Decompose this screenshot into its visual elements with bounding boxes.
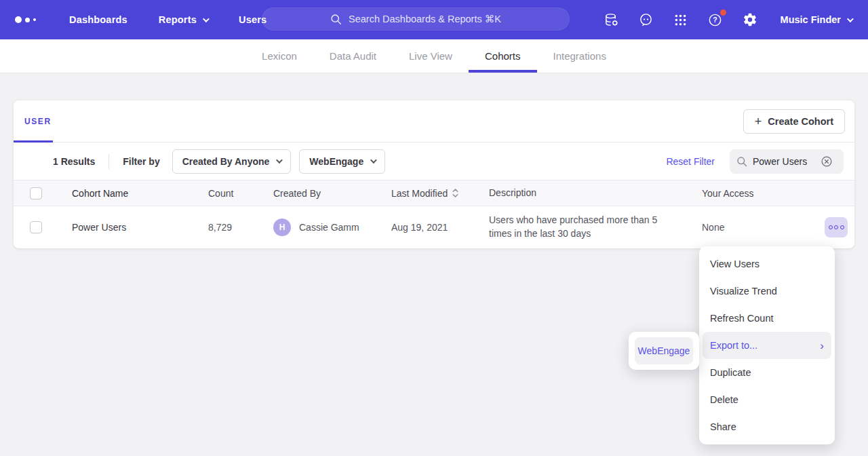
cohort-name-cell: Power Users xyxy=(72,222,208,233)
table-header-row: Cohort Name Count Created By Last Modifi… xyxy=(14,180,854,206)
row-more-options-button[interactable] xyxy=(825,217,848,238)
menu-item-export-to[interactable]: Export to... › xyxy=(703,332,831,359)
clear-search-icon[interactable] xyxy=(821,155,833,168)
global-search-input[interactable]: Search Dashboards & Reports ⌘K xyxy=(262,7,570,31)
tab-data-audit[interactable]: Data Audit xyxy=(313,39,393,73)
column-header-count: Count xyxy=(208,188,273,199)
tab-cohorts[interactable]: Cohorts xyxy=(469,39,537,73)
created-by-cell: Cassie Gamm xyxy=(299,222,359,233)
svg-text:?: ? xyxy=(713,16,717,24)
menu-item-duplicate[interactable]: Duplicate xyxy=(699,359,835,386)
mixpanel-logo-icon[interactable] xyxy=(15,16,46,23)
cohort-search-box xyxy=(730,149,844,174)
create-cohort-label: Create Cohort xyxy=(768,116,833,127)
divider xyxy=(108,154,109,169)
chevron-down-icon xyxy=(847,16,854,22)
nav-item-reports[interactable]: Reports xyxy=(159,14,208,25)
avatar: H xyxy=(273,218,291,236)
tab-integrations[interactable]: Integrations xyxy=(537,39,623,73)
nav-item-reports-label: Reports xyxy=(159,14,197,25)
chevron-right-icon: › xyxy=(820,340,824,352)
tab-live-view[interactable]: Live View xyxy=(393,39,469,73)
filter-by-label: Filter by xyxy=(123,156,159,167)
menu-item-visualize-trend[interactable]: Visualize Trend xyxy=(699,278,835,305)
row-actions-context-menu: View Users Visualize Trend Refresh Count… xyxy=(699,246,835,444)
results-count: 1 Results xyxy=(53,156,95,167)
secondary-navigation: Lexicon Data Audit Live View Cohorts Int… xyxy=(0,39,868,73)
cohort-count-cell: 8,729 xyxy=(208,222,273,233)
menu-item-delete[interactable]: Delete xyxy=(699,386,835,413)
notification-badge xyxy=(720,10,726,16)
reset-filter-link[interactable]: Reset Filter xyxy=(666,156,715,167)
chevron-down-icon xyxy=(203,16,210,22)
nav-item-dashboards[interactable]: Dashboards xyxy=(69,14,127,25)
row-checkbox[interactable] xyxy=(30,221,42,233)
column-header-last-modified: Last Modified xyxy=(391,188,448,199)
menu-item-refresh-count[interactable]: Refresh Count xyxy=(699,305,835,332)
menu-item-export-to-label: Export to... xyxy=(710,340,757,351)
search-icon xyxy=(736,156,747,167)
your-access-cell: None xyxy=(702,222,812,233)
tab-user[interactable]: USER xyxy=(24,117,52,126)
project-selector[interactable]: Music Finder xyxy=(781,14,852,25)
description-cell: Users who have purchased more than 5 tim… xyxy=(489,214,702,240)
last-modified-cell: Aug 19, 2021 xyxy=(391,222,489,233)
apps-grid-icon[interactable] xyxy=(673,12,689,28)
plus-icon: + xyxy=(755,115,762,128)
filter-toolbar: 1 Results Filter by Created By Anyone We… xyxy=(14,142,854,180)
webengage-filter-label: WebEngage xyxy=(309,156,363,167)
global-search-placeholder: Search Dashboards & Reports ⌘K xyxy=(349,14,501,24)
project-name: Music Finder xyxy=(781,14,841,25)
column-header-your-access: Your Access xyxy=(702,188,812,199)
top-navigation-bar: Dashboards Reports Users Search Dashboar… xyxy=(0,0,868,39)
cohorts-card: USER + Create Cohort 1 Results Filter by… xyxy=(14,100,854,248)
chevron-down-icon xyxy=(370,157,377,164)
tab-lexicon[interactable]: Lexicon xyxy=(245,39,313,73)
settings-gear-icon[interactable] xyxy=(742,12,758,28)
menu-item-share[interactable]: Share xyxy=(699,413,835,440)
export-submenu: WebEngage xyxy=(629,332,699,370)
chevron-down-icon xyxy=(276,157,283,164)
card-header: USER + Create Cohort xyxy=(14,100,854,142)
sort-icon[interactable] xyxy=(452,189,458,197)
feedback-chat-icon[interactable] xyxy=(638,12,654,28)
menu-item-view-users[interactable]: View Users xyxy=(699,250,835,278)
data-settings-icon[interactable] xyxy=(604,12,620,28)
column-header-cohort-name: Cohort Name xyxy=(72,188,208,199)
created-by-filter-label: Created By Anyone xyxy=(182,156,270,167)
cohort-search-input[interactable] xyxy=(753,156,815,167)
column-header-created-by: Created By xyxy=(273,188,391,199)
help-icon[interactable]: ? xyxy=(707,12,724,28)
select-all-checkbox[interactable] xyxy=(30,187,42,200)
search-icon xyxy=(330,14,342,25)
create-cohort-button[interactable]: + Create Cohort xyxy=(743,109,845,134)
submenu-item-webengage[interactable]: WebEngage xyxy=(635,337,693,364)
table-row[interactable]: Power Users 8,729 H Cassie Gamm Aug 19, … xyxy=(14,206,854,248)
webengage-filter-dropdown[interactable]: WebEngage xyxy=(299,149,385,174)
created-by-filter-dropdown[interactable]: Created By Anyone xyxy=(172,149,292,174)
active-tab-underline xyxy=(14,140,53,142)
column-header-description: Description xyxy=(489,187,702,200)
